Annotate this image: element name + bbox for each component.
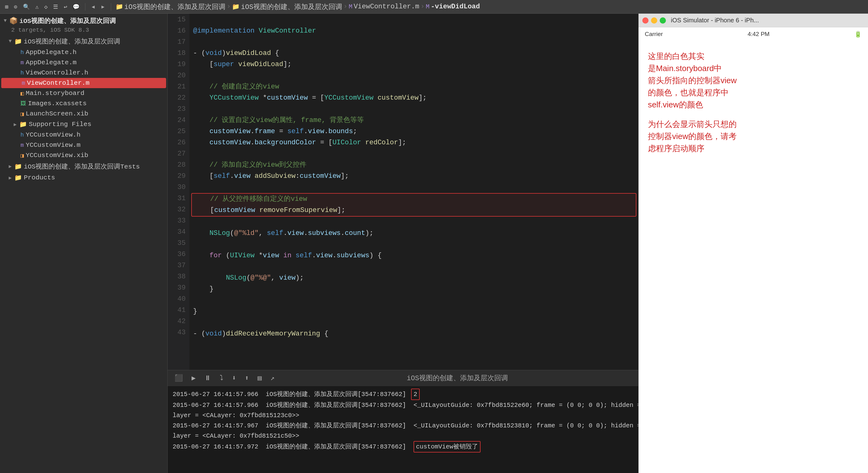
separator xyxy=(85,3,85,10)
console-badge: 2 xyxy=(411,388,420,400)
phone-content: 这里的白色其实 是Main.storyboard中 箭头所指向的控制器view … xyxy=(639,41,868,473)
code-line-38: NSLog(@"%@", view); xyxy=(193,273,634,284)
group-disclosure: ▼ xyxy=(9,38,12,44)
code-line-33 xyxy=(193,217,634,228)
sidebar-item-appdelegate-h[interactable]: h AppDelegate.h xyxy=(0,47,167,57)
list-icon[interactable]: ☰ xyxy=(52,2,59,11)
sidebar-item-supporting-files[interactable]: ▶ 📁 Supporting Files xyxy=(0,119,167,130)
pause-btn[interactable]: ⏸ xyxy=(203,373,213,384)
sim-minimize-btn[interactable] xyxy=(651,18,657,24)
step-over-btn[interactable]: ⤵ xyxy=(218,373,225,383)
code-line-36: for (UIView *view in self.view.subviews)… xyxy=(193,250,634,261)
nav-back-button[interactable]: ◀ xyxy=(90,4,97,10)
sidebar-item-appdelegate-m[interactable]: m AppDelegate.m xyxy=(0,57,167,68)
products-folder-icon: 📁 xyxy=(14,174,22,182)
sim-title: iOS Simulator - iPhone 6 - iPh... xyxy=(671,17,759,24)
sidebar-item-tests[interactable]: ▶ 📁 iOS视图的创建、添加及层次回调Tests xyxy=(0,160,167,172)
step-into-btn[interactable]: ⬇ xyxy=(230,373,238,384)
sim-ann1-line4: 的颜色，也就是程序中 xyxy=(648,87,737,99)
sidebar-file-images: Images.xcassets xyxy=(28,100,87,107)
grid-icon[interactable]: ⊞ xyxy=(4,2,10,11)
code-line-17 xyxy=(193,37,634,48)
undo-icon[interactable]: ↩ xyxy=(62,2,68,11)
sidebar-item-products[interactable]: ▶ 📁 Products xyxy=(0,172,167,183)
code-line-20 xyxy=(193,70,634,81)
line-num-43: 43 xyxy=(168,327,186,338)
code-line-22: YCCustomView *customView = [YCCustomView… xyxy=(193,93,634,104)
sim-ann1-line1: 这里的白色其实 xyxy=(648,50,737,62)
bookmark-icon[interactable]: ◇ xyxy=(43,2,49,11)
line-num-26: 26 xyxy=(168,137,186,148)
sidebar-group-main[interactable]: ▼ 📁 iOS视图的创建、添加及层次回调 xyxy=(0,35,167,47)
m-file-icon: m xyxy=(21,60,24,66)
sidebar-item-viewcontroller-h[interactable]: h ViewController.h xyxy=(0,68,167,78)
highlighted-code-block: // 从父控件移除自定义的view [customView removeFrom… xyxy=(191,193,637,217)
sim-ann1-line2: 是Main.storyboard中 xyxy=(648,62,737,74)
sim-maximize-btn[interactable] xyxy=(660,18,666,24)
sidebar-item-yccustom-h[interactable]: h YCCustomView.h xyxy=(0,130,167,140)
sidebar-item-main-storyboard[interactable]: ◧ Main.storyboard xyxy=(0,88,167,98)
products-disclosure: ▶ xyxy=(9,175,12,181)
line-numbers: 15 16 17 18 19 20 21 22 23 24 25 26 27 2… xyxy=(168,14,189,370)
code-line-37 xyxy=(193,261,634,273)
line-num-28: 28 xyxy=(168,160,186,171)
project-name: iOS视图的创建、添加及层次回调 xyxy=(20,17,116,25)
share-btn[interactable]: ↗ xyxy=(269,373,276,384)
sim-ann1-line3: 箭头所指向的控制器view xyxy=(648,74,737,87)
disclosure-icon: ▼ xyxy=(4,18,7,24)
m-file-icon3: m xyxy=(21,142,24,148)
code-content[interactable]: @implementation ViewController - (void)v… xyxy=(189,14,638,370)
code-line-29: [self.view addSubview:customView]; xyxy=(193,171,634,182)
breadcrumb-part2[interactable]: iOS视图的创建、添加及层次回调 xyxy=(241,2,342,11)
line-num-27: 27 xyxy=(168,148,186,160)
stack-btn[interactable]: ▤ xyxy=(256,373,264,384)
line-num-25: 25 xyxy=(168,126,186,137)
sidebar-item-viewcontroller-m[interactable]: m ViewController.m xyxy=(1,78,166,88)
h-file-icon: h xyxy=(21,49,24,56)
sidebar-group-label: iOS视图的创建、添加及层次回调 xyxy=(24,37,120,45)
code-line-26: customView.backgroundColor = [UIColor re… xyxy=(193,137,634,148)
line-num-30: 30 xyxy=(168,182,186,193)
warning-icon[interactable]: ⚠ xyxy=(34,2,40,11)
storyboard-icon: ◧ xyxy=(21,90,24,97)
code-line-23 xyxy=(193,104,634,115)
target-icon[interactable]: ⊙ xyxy=(13,2,19,11)
sidebar-item-yccustom-xib[interactable]: ◨ YCCustomView.xib xyxy=(0,150,167,160)
code-panel: 15 16 17 18 19 20 21 22 23 24 25 26 27 2… xyxy=(168,14,638,370)
breadcrumb: 📁 iOS视图的创建、添加及层次回调 › 📁 iOS视图的创建、添加及层次回调 … xyxy=(116,2,865,11)
comment-icon[interactable]: 💬 xyxy=(71,2,81,11)
sidebar-file-vc-m: ViewController.m xyxy=(27,80,90,87)
console-icon[interactable]: ⬛ xyxy=(173,373,185,384)
nav-forward-button[interactable]: ▶ xyxy=(100,4,106,10)
h-file-icon3: h xyxy=(21,132,24,138)
step-out-btn[interactable]: ⬆ xyxy=(243,373,251,384)
sim-ann1-line5: self.view的颜色 xyxy=(648,99,737,111)
time-label: 4:42 PM xyxy=(748,31,770,37)
code-line-35 xyxy=(193,239,634,250)
breadcrumb-part3[interactable]: ViewController.m xyxy=(353,3,419,10)
line-num-38: 38 xyxy=(168,271,186,282)
code-line-41: } xyxy=(193,306,634,317)
breadcrumb-part1[interactable]: iOS视图的创建、添加及层次回调 xyxy=(124,2,226,11)
sidebar-item-yccustom-m[interactable]: m YCCustomView.m xyxy=(0,140,167,150)
line-num-33: 33 xyxy=(168,215,186,227)
line-num-35: 35 xyxy=(168,238,186,249)
code-line-31: // 从父控件移除自定义的view xyxy=(194,194,634,205)
sim-ann2-line2: 控制器view的颜色，请考 xyxy=(648,130,737,143)
line-num-15: 15 xyxy=(168,14,186,26)
sidebar-item-images[interactable]: 🖼 Images.xcassets xyxy=(0,98,167,108)
console-line-6: 2015-06-27 16:41:57.972 iOS视图的创建、添加及层次回调… xyxy=(173,441,633,452)
code-line-32: [customView removeFromSuperview]; xyxy=(194,205,634,216)
line-num-42: 42 xyxy=(168,316,186,327)
sidebar-file-appdelegate-m: AppDelegate.m xyxy=(26,59,77,66)
project-icon: 📦 xyxy=(9,17,18,25)
sidebar-item-launchscreen[interactable]: ◨ LaunchScreen.xib xyxy=(0,108,167,119)
sim-close-btn[interactable] xyxy=(642,18,649,24)
h-file-icon2: h xyxy=(21,70,24,76)
breadcrumb-part4[interactable]: -viewDidLoad xyxy=(431,3,480,10)
sidebar-project-root[interactable]: ▼ 📦 iOS视图的创建、添加及层次回调 xyxy=(0,15,167,27)
sidebar-label-products: Products xyxy=(24,174,55,181)
play-btn[interactable]: ▶ xyxy=(190,373,197,384)
line-num-40: 40 xyxy=(168,294,186,305)
search-icon[interactable]: 🔍 xyxy=(22,2,31,11)
